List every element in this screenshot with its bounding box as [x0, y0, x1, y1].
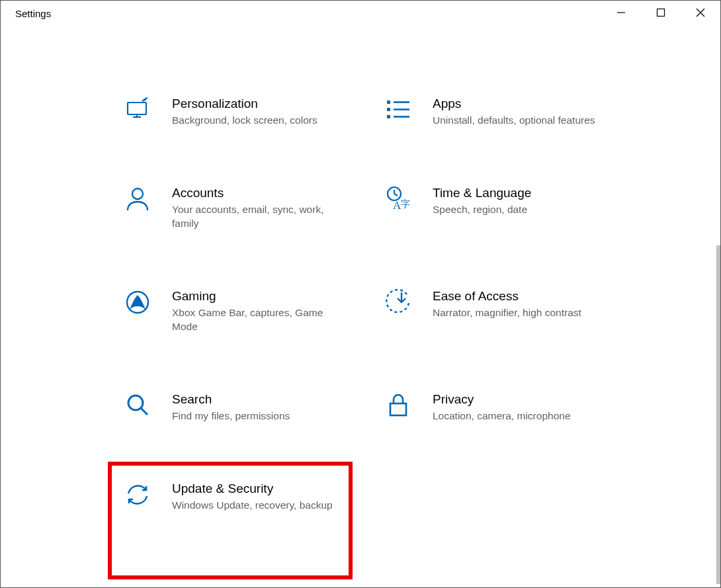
- window-controls: [601, 1, 720, 24]
- svg-rect-4: [128, 103, 146, 114]
- maximize-button[interactable]: [641, 1, 681, 24]
- title-bar: Settings: [1, 1, 720, 27]
- item-title: Apps: [433, 97, 611, 111]
- scrollbar[interactable]: [716, 245, 720, 584]
- settings-grid: Personalization Background, lock screen,…: [1, 27, 720, 514]
- item-subtitle: Find my files, permissions: [172, 409, 337, 423]
- settings-item-accounts[interactable]: Accounts Your accounts, email, sync, wor…: [121, 183, 353, 233]
- privacy-icon: [384, 391, 413, 420]
- item-subtitle: Xbox Game Bar, captures, Game Mode: [172, 306, 337, 334]
- settings-item-update-security[interactable]: Update & Security Windows Update, recove…: [121, 478, 353, 515]
- svg-line-23: [141, 408, 148, 415]
- settings-item-personalization[interactable]: Personalization Background, lock screen,…: [121, 93, 353, 130]
- item-subtitle: Speech, region, date: [433, 203, 598, 217]
- item-title: Update & Security: [172, 482, 351, 496]
- settings-item-ease-of-access[interactable]: Ease of Access Narrator, magnifier, high…: [382, 286, 613, 322]
- personalization-icon: [123, 95, 152, 124]
- close-icon: [695, 7, 706, 18]
- item-subtitle: Narrator, magnifier, high contrast: [433, 306, 598, 320]
- item-title: Accounts: [172, 186, 351, 200]
- close-button[interactable]: [681, 1, 720, 24]
- svg-point-22: [128, 396, 143, 410]
- item-title: Personalization: [172, 97, 351, 111]
- item-subtitle: Your accounts, email, sync, work, family: [172, 203, 337, 231]
- svg-text:字: 字: [401, 199, 410, 209]
- maximize-icon: [656, 8, 665, 17]
- svg-rect-10: [387, 115, 390, 118]
- item-subtitle: Background, lock screen, colors: [172, 114, 337, 128]
- search-icon: [123, 391, 152, 420]
- svg-rect-24: [390, 403, 406, 415]
- svg-rect-9: [387, 108, 390, 111]
- update-security-icon: [123, 480, 152, 509]
- item-subtitle: Windows Update, recovery, backup: [172, 499, 337, 513]
- minimize-icon: [616, 8, 626, 17]
- window-title: Settings: [15, 1, 51, 19]
- ease-of-access-icon: [384, 288, 413, 317]
- item-title: Time & Language: [433, 186, 611, 200]
- accounts-icon: [123, 185, 152, 214]
- svg-rect-1: [657, 9, 665, 17]
- svg-line-17: [394, 194, 398, 196]
- apps-icon: [384, 95, 413, 124]
- gaming-icon: [123, 288, 152, 317]
- svg-rect-8: [387, 101, 390, 104]
- minimize-button[interactable]: [601, 1, 641, 24]
- settings-item-time-language[interactable]: A 字 Time & Language Speech, region, date: [382, 183, 613, 219]
- settings-item-privacy[interactable]: Privacy Location, camera, microphone: [382, 389, 613, 425]
- settings-item-apps[interactable]: Apps Uninstall, defaults, optional featu…: [382, 93, 613, 130]
- settings-item-search[interactable]: Search Find my files, permissions: [121, 389, 353, 425]
- item-title: Ease of Access: [433, 289, 611, 304]
- item-title: Privacy: [433, 392, 611, 407]
- time-language-icon: A 字: [384, 185, 413, 214]
- svg-point-14: [132, 189, 143, 199]
- item-title: Gaming: [172, 289, 351, 304]
- item-title: Search: [172, 392, 351, 407]
- item-subtitle: Location, camera, microphone: [433, 409, 598, 423]
- settings-item-gaming[interactable]: Gaming Xbox Game Bar, captures, Game Mod…: [121, 286, 353, 336]
- item-subtitle: Uninstall, defaults, optional features: [433, 114, 598, 128]
